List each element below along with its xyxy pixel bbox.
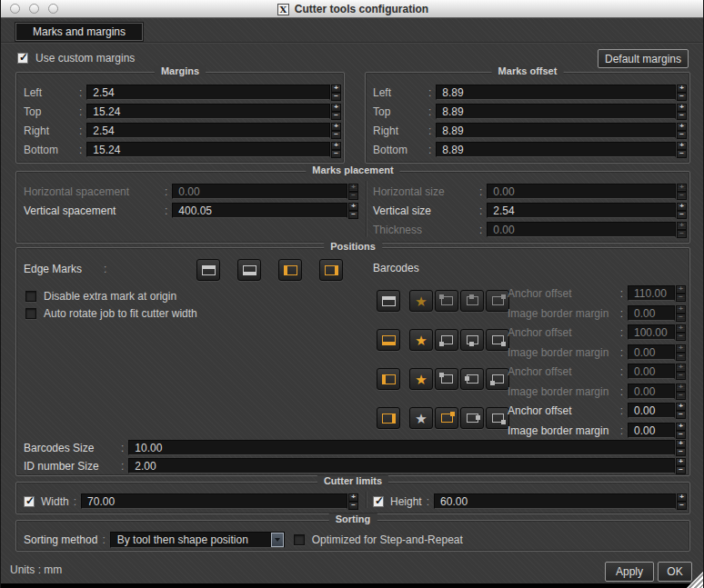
cutter-width-spinner[interactable]: [348, 493, 358, 509]
disable-extra-mark-row[interactable]: Disable extra mark at origin: [25, 290, 176, 303]
barcode-bottom-star-button[interactable]: ★: [409, 329, 433, 351]
vertical-size-spinner[interactable]: [677, 203, 687, 218]
margins-left-spinner[interactable]: [331, 85, 341, 100]
barcode-bottom-edge-button[interactable]: [377, 329, 400, 351]
barcode-bottom-image-border-row: Image border margin : 0.00: [508, 344, 686, 360]
barcode-right-anchor-offset-input[interactable]: 0.00: [628, 403, 675, 418]
barcode-top-image-border-row: Image border margin : 0.00: [508, 305, 686, 321]
barcode-left-image-border-input: 0.00: [628, 384, 675, 399]
marks-offset-bottom-spinner[interactable]: [677, 142, 687, 157]
spinner[interactable]: [676, 423, 686, 438]
margins-top-input[interactable]: 15.24: [86, 104, 330, 119]
star-icon: ★: [415, 294, 427, 308]
vertical-size-input[interactable]: 2.54: [487, 203, 676, 218]
barcode-bottom-center-anchor-button[interactable]: [460, 329, 484, 351]
barcode-bottom-anchor-offset-input: 100.00: [628, 324, 675, 340]
left-edge-mark-icon: [284, 265, 297, 275]
vertical-spacement-spinner[interactable]: [348, 203, 358, 218]
window-title: Cutter tools configuration: [295, 3, 428, 15]
vertical-spacement-input[interactable]: 400.05: [172, 203, 347, 218]
cutter-width-input[interactable]: 70.00: [81, 493, 347, 509]
optimized-step-and-repeat-checkbox[interactable]: [294, 534, 305, 545]
tab-marks-and-margins[interactable]: Marks and margins: [15, 23, 143, 41]
barcode-top-anchor-offset-input: 110.00: [628, 285, 675, 301]
default-margins-button[interactable]: Default margins: [598, 49, 689, 68]
id-number-size-spinner[interactable]: [676, 458, 686, 473]
barcode-right-center-anchor-button[interactable]: [460, 407, 484, 429]
anchor-top-left-icon: [441, 296, 453, 305]
marks-offset-left-input[interactable]: 8.89: [436, 85, 676, 100]
barcode-left-center-anchor-button[interactable]: [460, 368, 484, 390]
barcode-bottom-left-anchor-button[interactable]: [435, 329, 458, 351]
thickness-row: Thickness : 0.00: [373, 222, 687, 237]
barcode-right-top-anchor-button[interactable]: [435, 407, 458, 429]
barcode-right-edge-button[interactable]: [377, 407, 400, 429]
margins-right-input[interactable]: 2.54: [86, 123, 330, 138]
barcodes-size-row: Barcodes Size : 10.00: [24, 440, 686, 455]
spin-down-icon: [677, 502, 687, 510]
spin-down-icon: [677, 112, 687, 120]
cutter-height-input[interactable]: 60.00: [434, 493, 676, 509]
barcode-right-star-button[interactable]: ★: [409, 407, 433, 429]
barcode-left-bottom-anchor-button[interactable]: [486, 368, 509, 390]
barcode-right-image-border-input[interactable]: 0.00: [628, 423, 675, 438]
spin-down-icon: [676, 333, 686, 341]
barcodes-size-spinner[interactable]: [676, 440, 686, 455]
barcode-top-edge-button[interactable]: [377, 290, 400, 312]
window-bottom-edge: [1, 583, 703, 588]
use-custom-margins-checkbox-row[interactable]: Use custom margins: [17, 52, 135, 65]
cutter-height-spinner[interactable]: [677, 493, 687, 509]
edge-mark-top-button[interactable]: [196, 259, 220, 281]
auto-rotate-row[interactable]: Auto rotate job to fit cutter width: [25, 307, 197, 320]
marks-offset-left-spinner[interactable]: [677, 85, 687, 100]
ok-button[interactable]: OK: [658, 562, 692, 582]
dropdown-arrow-icon[interactable]: [271, 533, 284, 547]
margins-bottom-input[interactable]: 15.24: [86, 142, 330, 157]
tab-label: Marks and margins: [33, 25, 126, 38]
barcode-top-center-anchor-button[interactable]: [460, 290, 484, 312]
auto-rotate-checkbox[interactable]: [25, 308, 36, 319]
barcode-left-edge-button[interactable]: [377, 368, 400, 390]
margins-left-input[interactable]: 2.54: [86, 85, 330, 100]
height-checkbox[interactable]: [373, 496, 384, 507]
horizontal-size-input: 0.00: [487, 184, 676, 199]
anchor-bottom-left-icon: [441, 335, 453, 344]
disable-extra-mark-checkbox[interactable]: [25, 291, 36, 302]
edge-mark-left-button[interactable]: [278, 259, 302, 281]
barcode-bottom-right-anchor-button[interactable]: [486, 329, 509, 351]
spinner[interactable]: [676, 403, 686, 418]
anchor-left-bottom-icon: [492, 374, 504, 384]
marks-offset-right-input[interactable]: 8.89: [436, 123, 676, 138]
margins-left-row: Left : 2.54: [24, 85, 341, 100]
marks-offset-bottom-input[interactable]: 8.89: [436, 142, 676, 157]
id-number-size-input[interactable]: 2.00: [128, 458, 675, 473]
barcode-left-star-button[interactable]: ★: [409, 368, 433, 390]
marks-offset-top-spinner[interactable]: [677, 104, 687, 119]
anchor-right-bottom-icon: [492, 414, 504, 423]
apply-button[interactable]: Apply: [605, 562, 654, 582]
margins-right-spinner[interactable]: [331, 123, 341, 138]
barcode-top-star-button[interactable]: ★: [409, 290, 433, 312]
edge-mark-right-button[interactable]: [319, 259, 343, 281]
sorting-method-dropdown[interactable]: By tool then shape position: [110, 532, 285, 548]
edge-mark-bottom-button[interactable]: [237, 259, 261, 281]
marks-offset-top-input[interactable]: 8.89: [436, 104, 676, 119]
spin-down-icon: [348, 192, 358, 200]
margins-top-spinner[interactable]: [331, 104, 341, 119]
barcode-left-top-anchor-button[interactable]: [435, 368, 458, 390]
spin-down-icon: [677, 150, 687, 158]
star-icon: ★: [415, 412, 427, 425]
marks-offset-bottom-row: Bottom : 8.89: [373, 142, 687, 157]
use-custom-margins-checkbox[interactable]: [17, 53, 28, 64]
barcodes-size-input[interactable]: 10.00: [128, 440, 675, 455]
titlebar[interactable]: X Cutter tools configuration: [1, 0, 704, 18]
barcode-top-left-anchor-button[interactable]: [435, 290, 458, 312]
cutter-limits-group: Cutter limits Width : 70.00 Height : 60.…: [15, 482, 690, 514]
barcode-right-bottom-anchor-button[interactable]: [486, 407, 509, 429]
margins-bottom-spinner[interactable]: [331, 142, 341, 157]
width-checkbox[interactable]: [24, 496, 35, 507]
units-label: Units : mm: [10, 563, 62, 576]
marks-offset-right-spinner[interactable]: [677, 123, 687, 138]
barcode-top-right-anchor-button[interactable]: [486, 290, 509, 312]
vertical-divider: [366, 181, 367, 237]
